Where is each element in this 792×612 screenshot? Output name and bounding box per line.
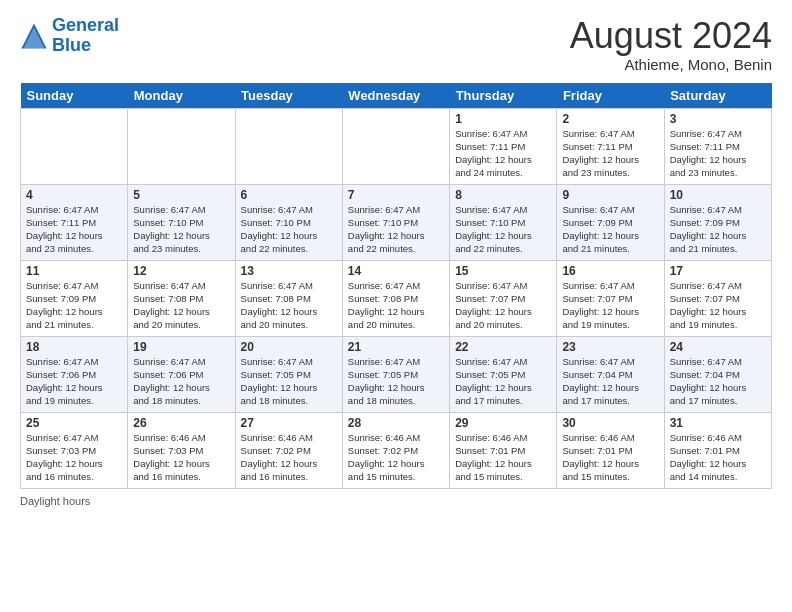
week-row-2: 4Sunrise: 6:47 AMSunset: 7:11 PMDaylight… — [21, 184, 772, 260]
day-info: Sunrise: 6:47 AMSunset: 7:09 PMDaylight:… — [26, 279, 122, 332]
day-info: Sunrise: 6:47 AMSunset: 7:10 PMDaylight:… — [241, 203, 337, 256]
day-info: Sunrise: 6:47 AMSunset: 7:04 PMDaylight:… — [562, 355, 658, 408]
day-number: 27 — [241, 416, 337, 430]
calendar-cell: 13Sunrise: 6:47 AMSunset: 7:08 PMDayligh… — [235, 260, 342, 336]
day-number: 8 — [455, 188, 551, 202]
day-number: 15 — [455, 264, 551, 278]
day-number: 29 — [455, 416, 551, 430]
day-info: Sunrise: 6:47 AMSunset: 7:05 PMDaylight:… — [241, 355, 337, 408]
calendar-cell: 29Sunrise: 6:46 AMSunset: 7:01 PMDayligh… — [450, 412, 557, 488]
day-number: 26 — [133, 416, 229, 430]
day-number: 30 — [562, 416, 658, 430]
calendar-cell: 18Sunrise: 6:47 AMSunset: 7:06 PMDayligh… — [21, 336, 128, 412]
day-info: Sunrise: 6:47 AMSunset: 7:11 PMDaylight:… — [670, 127, 766, 180]
day-number: 1 — [455, 112, 551, 126]
month-year: August 2024 — [570, 16, 772, 56]
day-info: Sunrise: 6:47 AMSunset: 7:03 PMDaylight:… — [26, 431, 122, 484]
calendar-cell: 16Sunrise: 6:47 AMSunset: 7:07 PMDayligh… — [557, 260, 664, 336]
logo-icon — [20, 22, 48, 50]
day-number: 16 — [562, 264, 658, 278]
logo-general: General — [52, 15, 119, 35]
day-info: Sunrise: 6:46 AMSunset: 7:02 PMDaylight:… — [241, 431, 337, 484]
calendar-cell: 26Sunrise: 6:46 AMSunset: 7:03 PMDayligh… — [128, 412, 235, 488]
day-info: Sunrise: 6:47 AMSunset: 7:08 PMDaylight:… — [348, 279, 444, 332]
week-row-1: 1Sunrise: 6:47 AMSunset: 7:11 PMDaylight… — [21, 108, 772, 184]
calendar-cell: 10Sunrise: 6:47 AMSunset: 7:09 PMDayligh… — [664, 184, 771, 260]
day-info: Sunrise: 6:47 AMSunset: 7:08 PMDaylight:… — [133, 279, 229, 332]
calendar-cell: 9Sunrise: 6:47 AMSunset: 7:09 PMDaylight… — [557, 184, 664, 260]
calendar-cell: 20Sunrise: 6:47 AMSunset: 7:05 PMDayligh… — [235, 336, 342, 412]
day-number: 10 — [670, 188, 766, 202]
day-number: 2 — [562, 112, 658, 126]
title-block: August 2024 Athieme, Mono, Benin — [570, 16, 772, 73]
calendar-table: SundayMondayTuesdayWednesdayThursdayFrid… — [20, 83, 772, 489]
calendar-cell: 22Sunrise: 6:47 AMSunset: 7:05 PMDayligh… — [450, 336, 557, 412]
day-info: Sunrise: 6:47 AMSunset: 7:05 PMDaylight:… — [455, 355, 551, 408]
weekday-header-wednesday: Wednesday — [342, 83, 449, 109]
day-number: 17 — [670, 264, 766, 278]
logo-blue: Blue — [52, 35, 91, 55]
calendar-cell: 6Sunrise: 6:47 AMSunset: 7:10 PMDaylight… — [235, 184, 342, 260]
calendar-cell — [342, 108, 449, 184]
day-info: Sunrise: 6:47 AMSunset: 7:10 PMDaylight:… — [133, 203, 229, 256]
day-number: 5 — [133, 188, 229, 202]
day-info: Sunrise: 6:46 AMSunset: 7:03 PMDaylight:… — [133, 431, 229, 484]
calendar-cell: 24Sunrise: 6:47 AMSunset: 7:04 PMDayligh… — [664, 336, 771, 412]
day-number: 18 — [26, 340, 122, 354]
day-info: Sunrise: 6:47 AMSunset: 7:07 PMDaylight:… — [562, 279, 658, 332]
day-info: Sunrise: 6:47 AMSunset: 7:06 PMDaylight:… — [133, 355, 229, 408]
day-info: Sunrise: 6:46 AMSunset: 7:01 PMDaylight:… — [455, 431, 551, 484]
calendar-cell — [235, 108, 342, 184]
day-number: 21 — [348, 340, 444, 354]
day-number: 14 — [348, 264, 444, 278]
calendar-cell — [128, 108, 235, 184]
day-info: Sunrise: 6:47 AMSunset: 7:11 PMDaylight:… — [562, 127, 658, 180]
calendar-cell: 27Sunrise: 6:46 AMSunset: 7:02 PMDayligh… — [235, 412, 342, 488]
weekday-header-monday: Monday — [128, 83, 235, 109]
day-number: 25 — [26, 416, 122, 430]
day-number: 20 — [241, 340, 337, 354]
calendar-cell: 4Sunrise: 6:47 AMSunset: 7:11 PMDaylight… — [21, 184, 128, 260]
calendar-cell: 3Sunrise: 6:47 AMSunset: 7:11 PMDaylight… — [664, 108, 771, 184]
day-info: Sunrise: 6:47 AMSunset: 7:11 PMDaylight:… — [455, 127, 551, 180]
day-number: 6 — [241, 188, 337, 202]
calendar-cell: 30Sunrise: 6:46 AMSunset: 7:01 PMDayligh… — [557, 412, 664, 488]
day-number: 7 — [348, 188, 444, 202]
calendar-cell: 2Sunrise: 6:47 AMSunset: 7:11 PMDaylight… — [557, 108, 664, 184]
calendar-cell: 31Sunrise: 6:46 AMSunset: 7:01 PMDayligh… — [664, 412, 771, 488]
calendar-cell — [21, 108, 128, 184]
logo-text: General Blue — [52, 16, 119, 56]
day-info: Sunrise: 6:46 AMSunset: 7:01 PMDaylight:… — [670, 431, 766, 484]
calendar-cell: 17Sunrise: 6:47 AMSunset: 7:07 PMDayligh… — [664, 260, 771, 336]
calendar-cell: 8Sunrise: 6:47 AMSunset: 7:10 PMDaylight… — [450, 184, 557, 260]
calendar-cell: 28Sunrise: 6:46 AMSunset: 7:02 PMDayligh… — [342, 412, 449, 488]
day-number: 4 — [26, 188, 122, 202]
day-number: 28 — [348, 416, 444, 430]
day-info: Sunrise: 6:46 AMSunset: 7:02 PMDaylight:… — [348, 431, 444, 484]
weekday-header-tuesday: Tuesday — [235, 83, 342, 109]
day-info: Sunrise: 6:47 AMSunset: 7:07 PMDaylight:… — [455, 279, 551, 332]
day-info: Sunrise: 6:47 AMSunset: 7:10 PMDaylight:… — [455, 203, 551, 256]
day-number: 19 — [133, 340, 229, 354]
calendar-cell: 23Sunrise: 6:47 AMSunset: 7:04 PMDayligh… — [557, 336, 664, 412]
calendar-cell: 11Sunrise: 6:47 AMSunset: 7:09 PMDayligh… — [21, 260, 128, 336]
calendar-cell: 15Sunrise: 6:47 AMSunset: 7:07 PMDayligh… — [450, 260, 557, 336]
week-row-3: 11Sunrise: 6:47 AMSunset: 7:09 PMDayligh… — [21, 260, 772, 336]
calendar-cell: 1Sunrise: 6:47 AMSunset: 7:11 PMDaylight… — [450, 108, 557, 184]
day-info: Sunrise: 6:47 AMSunset: 7:08 PMDaylight:… — [241, 279, 337, 332]
location: Athieme, Mono, Benin — [570, 56, 772, 73]
day-info: Sunrise: 6:46 AMSunset: 7:01 PMDaylight:… — [562, 431, 658, 484]
day-info: Sunrise: 6:47 AMSunset: 7:05 PMDaylight:… — [348, 355, 444, 408]
weekday-header-thursday: Thursday — [450, 83, 557, 109]
day-number: 13 — [241, 264, 337, 278]
header: General Blue August 2024 Athieme, Mono, … — [20, 16, 772, 73]
day-info: Sunrise: 6:47 AMSunset: 7:06 PMDaylight:… — [26, 355, 122, 408]
day-number: 31 — [670, 416, 766, 430]
day-info: Sunrise: 6:47 AMSunset: 7:04 PMDaylight:… — [670, 355, 766, 408]
logo: General Blue — [20, 16, 119, 56]
week-row-5: 25Sunrise: 6:47 AMSunset: 7:03 PMDayligh… — [21, 412, 772, 488]
calendar-cell: 5Sunrise: 6:47 AMSunset: 7:10 PMDaylight… — [128, 184, 235, 260]
weekday-header-sunday: Sunday — [21, 83, 128, 109]
day-info: Sunrise: 6:47 AMSunset: 7:11 PMDaylight:… — [26, 203, 122, 256]
day-info: Sunrise: 6:47 AMSunset: 7:09 PMDaylight:… — [670, 203, 766, 256]
